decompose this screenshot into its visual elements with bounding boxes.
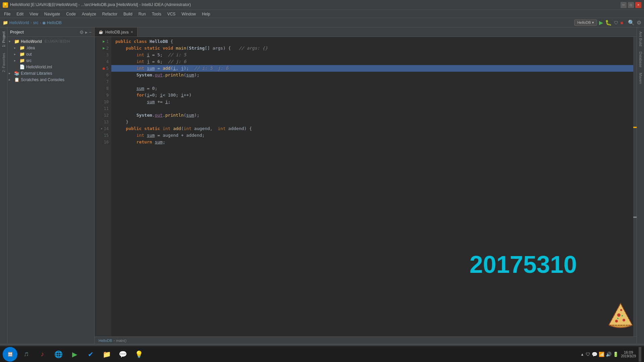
project-collapse-icon[interactable]: − <box>89 29 92 35</box>
taskbar-browser[interactable]: 🌐 <box>51 347 66 362</box>
minimize-button[interactable]: ─ <box>621 2 627 8</box>
menu-file[interactable]: File <box>1 11 13 17</box>
sidebar-tab-project[interactable]: 1: Project <box>1 29 7 50</box>
tray-arrow[interactable]: ▲ <box>581 352 584 356</box>
line-num-14: ▾14 <box>95 125 111 132</box>
right-tab-ant[interactable]: Ant Build <box>638 29 644 49</box>
taskbar-red[interactable]: ♪ <box>35 347 50 362</box>
code-line-10: sum += i; <box>111 99 633 105</box>
tree-item-scratches[interactable]: ▸ 📋 Scratches and Consoles <box>7 76 94 83</box>
tree-item-helloworld[interactable]: ▾ 📁 HelloWorld E:\JAVA\项目\H <box>7 38 94 45</box>
coverage-button[interactable]: 🛡 <box>614 20 619 25</box>
menu-run[interactable]: Run <box>136 11 149 17</box>
bc-hellodb-label[interactable]: HelloDB <box>99 339 112 343</box>
line-num-5: ●5 <box>95 65 111 72</box>
bc-src[interactable]: src <box>33 20 38 25</box>
tree-item-ext-libs[interactable]: ▸ 📚 External Libraries <box>7 70 94 76</box>
tray-battery[interactable]: 🔋 <box>613 352 619 357</box>
show-desktop-btn[interactable] <box>639 347 641 362</box>
menu-vcs[interactable]: VCS <box>165 11 178 17</box>
tray-security[interactable]: 🛡 <box>586 352 590 357</box>
menu-refactor[interactable]: Refactor <box>100 11 120 17</box>
run-button[interactable]: ▶ <box>599 19 603 26</box>
code-line-8: sum = 0; <box>111 85 633 92</box>
tree-item-idea[interactable]: ▸ 📁 .idea <box>7 45 94 51</box>
editor-scrollbar[interactable] <box>633 37 637 337</box>
menu-help[interactable]: Help <box>199 11 213 17</box>
bc-helloworld[interactable]: HelloWorld <box>9 20 29 25</box>
editor-area: ☕ HelloDB.java ✕ ▶1 ▶2 3 4 ●5 6 7 8 9 10… <box>95 27 637 344</box>
taskbar-folder[interactable]: 📁 <box>99 347 114 362</box>
taskbar-music[interactable]: 🎵 <box>19 347 34 362</box>
project-expand-icon[interactable]: ▸ <box>85 29 88 35</box>
line-num-4: 4 <box>95 58 111 65</box>
project-panel-header: Project ⚙ ▸ − <box>7 27 94 37</box>
line-num-7: 7 <box>95 78 111 85</box>
line-num-3: 3 <box>95 52 111 58</box>
taskbar: 🪟 🎵 ♪ 🌐 ▶ ✔ 📁 💬 💡 ▲ 🛡 💬 📶 🔊 🔋 16:09 2019… <box>0 346 644 362</box>
project-settings-icon[interactable]: ⚙ <box>79 29 84 35</box>
main-layout: 1: Project 2: Favorites Project ⚙ ▸ − ▾ … <box>0 27 644 344</box>
tray-volume[interactable]: 🔊 <box>606 352 611 357</box>
right-tab-maven[interactable]: Maven <box>638 70 644 86</box>
run-config-select[interactable]: HelloDB ▾ <box>574 19 597 26</box>
debug-button[interactable]: 🐛 <box>605 19 612 26</box>
menu-tools[interactable]: Tools <box>149 11 164 17</box>
start-button[interactable]: 🪟 <box>3 347 17 362</box>
tray-wechat[interactable]: 💬 <box>592 352 597 357</box>
sidebar-tab-favorites[interactable]: 2: Favorites <box>1 50 7 75</box>
clock-date: 2019/3/29 <box>621 354 636 358</box>
tray-wifi[interactable]: 📶 <box>599 352 604 357</box>
search-button[interactable]: 🔍 <box>628 19 635 26</box>
titlebar: 💡 HelloWorld [E:\JAVA\项目\HelloWorld] - .… <box>0 0 644 10</box>
tree-item-iml[interactable]: ▸ 📄 HelloWorld.iml <box>7 64 94 70</box>
run-controls: HelloDB ▾ ▶ 🐛 🛡 ■ 🔍 ⚙ <box>574 19 641 26</box>
taskbar-clock[interactable]: 16:09 2019/3/29 <box>621 350 636 358</box>
bc-hellodb[interactable]: ◉ HelloDB <box>42 20 61 25</box>
menu-edit[interactable]: Edit <box>14 11 26 17</box>
line-num-12: 12 <box>95 112 111 119</box>
code-line-6: System.out.println(sum); <box>111 72 633 78</box>
menu-code[interactable]: Code <box>63 11 78 17</box>
editor-tab-hellodb[interactable]: ☕ HelloDB.java ✕ <box>95 27 138 37</box>
menu-navigate[interactable]: Navigate <box>42 11 63 17</box>
code-line-15: int sum = augend + addend; <box>111 132 633 139</box>
line-numbers: ▶1 ▶2 3 4 ●5 6 7 8 9 10 11 12 13 ▾14 15 … <box>95 37 111 337</box>
line-num-1: ▶1 <box>95 38 111 45</box>
tree-item-src[interactable]: ▸ 📁 src <box>7 57 94 64</box>
scroll-marker-2 <box>633 217 637 218</box>
tab-label: HelloDB.java <box>105 30 128 35</box>
system-tray-icons: ▲ 🛡 💬 📶 🔊 🔋 <box>581 352 619 357</box>
code-line-14: public static int add(int augend, int ad… <box>111 125 633 132</box>
scroll-marker-1 <box>633 127 637 128</box>
taskbar-idea[interactable]: 💡 <box>131 347 146 362</box>
line-num-15: 15 <box>95 132 111 139</box>
maximize-button[interactable]: □ <box>628 2 634 8</box>
taskbar-green[interactable]: ▶ <box>67 347 82 362</box>
taskbar-right: ▲ 🛡 💬 📶 🔊 🔋 16:09 2019/3/29 <box>581 347 641 362</box>
editor-tabs: ☕ HelloDB.java ✕ <box>95 27 637 37</box>
menu-view[interactable]: View <box>27 11 41 17</box>
tree-item-out[interactable]: ▸ 📁 out <box>7 51 94 57</box>
menu-build[interactable]: Build <box>121 11 135 17</box>
menu-window[interactable]: Window <box>179 11 199 17</box>
java-file-icon: ☕ <box>99 30 103 34</box>
close-button[interactable]: ✕ <box>635 2 641 8</box>
code-content[interactable]: public class HelloDB { public static voi… <box>111 37 633 337</box>
taskbar-chat[interactable]: 💬 <box>115 347 130 362</box>
code-line-5: int sum = add(i, j); // i: 5 j: 6 <box>111 65 633 72</box>
tab-close-button[interactable]: ✕ <box>130 30 133 34</box>
menu-analyze[interactable]: Analyze <box>79 11 99 17</box>
stop-button[interactable]: ■ <box>621 20 623 25</box>
right-sidebar-tabs: Ant Build Database Maven <box>637 27 644 344</box>
right-tab-database[interactable]: Database <box>638 49 644 70</box>
clock-time: 16:09 <box>621 350 636 354</box>
code-line-4: int j = 6; // j: 6 <box>111 58 633 65</box>
taskbar-blue[interactable]: ✔ <box>83 347 98 362</box>
line-num-11: 11 <box>95 105 111 112</box>
menubar: File Edit View Navigate Code Analyze Ref… <box>0 10 644 18</box>
project-tree: ▾ 📁 HelloWorld E:\JAVA\项目\H ▸ 📁 .idea ▸ … <box>7 37 94 344</box>
code-editor[interactable]: ▶1 ▶2 3 4 ●5 6 7 8 9 10 11 12 13 ▾14 15 … <box>95 37 637 337</box>
bc-main-label[interactable]: main() <box>116 339 126 343</box>
code-line-7 <box>111 78 633 85</box>
